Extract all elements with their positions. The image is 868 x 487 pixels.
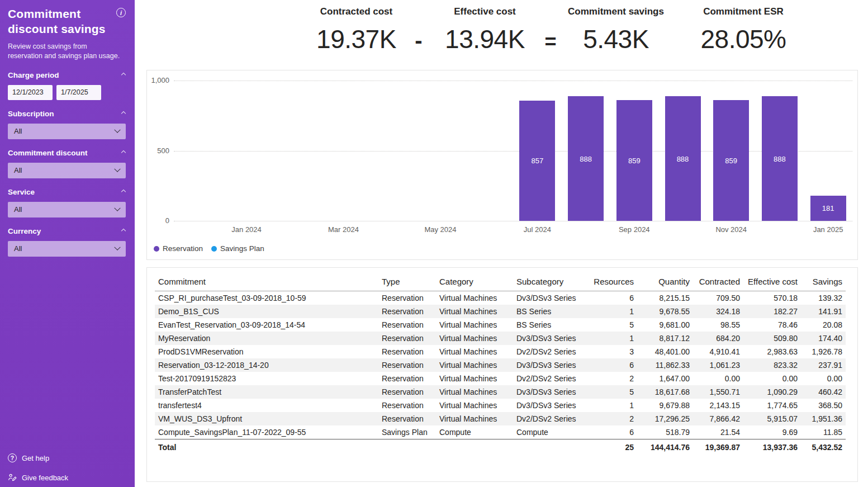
bar-jan-2025[interactable]: 181 [810, 196, 846, 221]
table-row[interactable]: Compute_SavingsPlan_11-07-2022_09-55Savi… [155, 425, 846, 439]
cell: 20.08 [801, 318, 846, 332]
table-row[interactable]: EvanTest_Reservation_03-09-2018_14-54Res… [155, 318, 846, 332]
column-header-effective-cost[interactable]: Effective cost [743, 273, 801, 291]
service-dropdown[interactable]: All [8, 202, 126, 218]
cell: transfertest4 [155, 399, 378, 412]
service-selected-value: All [14, 205, 22, 214]
column-header-category[interactable]: Category [436, 273, 513, 291]
currency-dropdown[interactable]: All [8, 241, 126, 257]
cell: 21.54 [693, 425, 743, 439]
kpi-commitment-esr-label: Commitment ESR [682, 6, 805, 17]
table-row[interactable]: transfertest4ReservationVirtual Machines… [155, 399, 846, 412]
cell: 324.18 [693, 305, 743, 318]
cell: BS Series [513, 305, 587, 318]
cell: Dv2/DSv2 Series [513, 412, 587, 425]
cell: 1 [587, 305, 637, 318]
chevron-up-icon[interactable] [121, 150, 126, 155]
bar-dec-2024[interactable]: 888 [762, 96, 798, 221]
cell: Compute [513, 425, 587, 439]
gridline [174, 81, 852, 81]
slicer-header: Subscription [8, 110, 127, 118]
currency-label: Currency [8, 227, 41, 235]
chevron-up-icon[interactable] [121, 190, 126, 194]
kpi-commitment-esr-value: 28.05% [682, 24, 805, 54]
cell: Savings Plan [378, 425, 436, 439]
kpi-commitment-savings: Commitment savings 5.43K [556, 6, 676, 54]
legend-item-reservation[interactable]: Reservation [154, 244, 203, 253]
x-axis-label: Jan 2025 [805, 225, 852, 234]
minus-operator: - [410, 28, 427, 53]
chevron-down-icon [114, 126, 120, 133]
commitment-discount-selected-value: All [14, 166, 22, 174]
cell: 823.32 [743, 358, 801, 372]
cell: Reservation [378, 372, 436, 385]
bar-value-label: 859 [616, 157, 652, 165]
charge-period-label: Charge period [8, 71, 59, 79]
kpi-contracted-cost-label: Contracted cost [302, 6, 411, 17]
give-feedback-link[interactable]: Give feedback [8, 473, 68, 482]
column-header-subcategory[interactable]: Subcategory [513, 273, 587, 291]
cell: 6 [587, 358, 637, 372]
x-axis-label: Jan 2024 [223, 225, 270, 234]
column-header-contracted[interactable]: Contracted [693, 273, 743, 291]
subscription-dropdown[interactable]: All [8, 124, 126, 139]
cell: Reservation [378, 412, 436, 425]
kpi-row: Contracted cost 19.37K - Effective cost … [146, 0, 862, 68]
y-axis-label: 1,000 [147, 76, 169, 84]
bar-value-label: 888 [568, 154, 604, 163]
cell: Reservation_03-12-2018_14-20 [155, 358, 378, 372]
cell: Reservation [378, 318, 436, 332]
column-header-resources[interactable]: Resources [587, 273, 637, 291]
bar-value-label: 888 [762, 154, 798, 163]
cell: 48,401.00 [637, 345, 693, 358]
cell: Dv3/DSv3 Series [513, 358, 587, 372]
report-subtitle: Review cost savings from reservation and… [8, 42, 123, 62]
cell: 5 [587, 385, 637, 399]
table-row[interactable]: Demo_B1S_CUSReservationVirtual MachinesB… [155, 305, 846, 318]
table-header-row: CommitmentTypeCategorySubcategoryResourc… [155, 273, 846, 291]
cell: 6 [587, 425, 637, 439]
cell: Virtual Machines [436, 372, 513, 385]
kpi-commitment-esr: Commitment ESR 28.05% [682, 6, 805, 54]
bar-nov-2024[interactable]: 859 [713, 100, 749, 221]
cell: Dv3/DSv3 Series [513, 332, 587, 345]
cell: 1 [587, 332, 637, 345]
feedback-icon [8, 473, 17, 482]
cell: 5 [587, 318, 637, 332]
slicer-header: Charge period [8, 71, 127, 79]
chevron-up-icon[interactable] [121, 229, 126, 233]
table-row[interactable]: MyReservationReservationVirtual Machines… [155, 332, 846, 345]
table-row[interactable]: CSP_RI_purchaseTest_03-09-2018_10-59Rese… [155, 291, 846, 305]
cell: 7,866.42 [693, 412, 743, 425]
info-icon[interactable]: i [116, 8, 126, 17]
column-header-quantity[interactable]: Quantity [637, 273, 693, 291]
cell: Compute_SavingsPlan_11-07-2022_09-55 [155, 425, 378, 439]
savings-trend-chart-card: 05001,000Jan 2024Mar 2024May 2024Jul 202… [146, 70, 858, 260]
legend-item-savings-plan[interactable]: Savings Plan [211, 244, 264, 253]
cell: Test-20170919152823 [155, 372, 378, 385]
cell: 9.69 [743, 425, 801, 439]
bar-jul-2024[interactable]: 857 [519, 101, 555, 221]
charge-period-start-input[interactable]: 12/1/2023 [8, 85, 53, 100]
table-row[interactable]: VM_WUS_DS3_UpfrontReservationVirtual Mac… [155, 412, 846, 425]
total-cell: 25 [587, 439, 637, 455]
charge-period-end-input[interactable]: 1/7/2025 [56, 85, 101, 100]
bar-aug-2024[interactable]: 888 [568, 96, 604, 221]
cell: 9,678.55 [637, 305, 693, 318]
table-row[interactable]: Reservation_03-12-2018_14-20ReservationV… [155, 358, 846, 372]
cell: Reservation [378, 305, 436, 318]
column-header-commitment[interactable]: Commitment [155, 273, 378, 291]
column-header-type[interactable]: Type [378, 273, 436, 291]
column-header-savings[interactable]: Savings [801, 273, 846, 291]
bar-sep-2024[interactable]: 859 [616, 100, 652, 221]
legend-label: Reservation [163, 244, 203, 253]
bar-oct-2024[interactable]: 888 [665, 96, 701, 221]
chevron-up-icon[interactable] [121, 111, 126, 116]
x-axis-label: Nov 2024 [708, 225, 755, 234]
get-help-link[interactable]: ? Get help [8, 453, 49, 462]
table-row[interactable]: TransferPatchTestReservationVirtual Mach… [155, 385, 846, 399]
commitment-discount-dropdown[interactable]: All [8, 163, 126, 178]
table-row[interactable]: Test-20170919152823ReservationVirtual Ma… [155, 372, 846, 385]
chevron-up-icon[interactable] [121, 73, 126, 77]
table-row[interactable]: ProdDS1VMReservationReservationVirtual M… [155, 345, 846, 358]
